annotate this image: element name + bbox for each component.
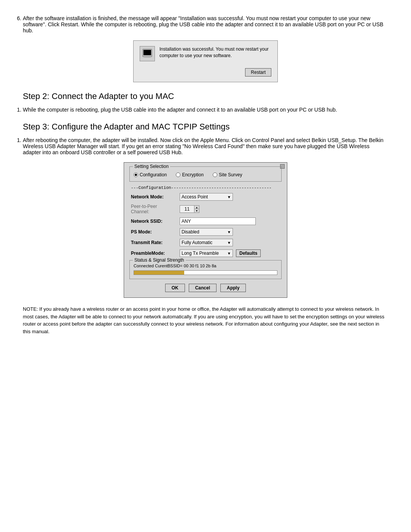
radio-site-survey-label: Site Survey	[219, 172, 242, 177]
radio-row: Configuration Encryption Site Survey	[134, 172, 277, 177]
network-ssid-label: Network SSID:	[131, 219, 177, 224]
network-mode-label: Network Mode:	[131, 194, 177, 200]
preamble-mode-row: PreambleMode: Long Tx Preamble ▼ Default…	[131, 249, 280, 257]
ps-mode-row: PS Mode: Disabled ▼	[131, 228, 280, 236]
stepper-down[interactable]: ▼	[194, 209, 199, 212]
restart-dialog: Installation was successful. You must no…	[133, 40, 278, 82]
transmit-rate-row: Transmit Rate: Fully Automatic ▼	[131, 239, 280, 246]
network-mode-select[interactable]: Access Point ▼	[180, 193, 233, 201]
status-group: Status & Signal Strength Connected Curen…	[129, 260, 282, 279]
status-text: Connected CurentBSSID= 00 30 f1 10 2b 8a	[134, 264, 277, 268]
svg-rect-1	[143, 50, 151, 55]
network-ssid-value: ANY	[182, 219, 191, 224]
preamble-mode-select[interactable]: Long Tx Preamble ▼	[180, 249, 233, 257]
ps-mode-select[interactable]: Disabled ▼	[180, 228, 233, 236]
status-section-label: Status & Signal Strength	[133, 257, 186, 263]
transmit-rate-select[interactable]: Fully Automatic ▼	[180, 239, 233, 246]
transmit-rate-value: Fully Automatic	[182, 240, 212, 245]
ps-mode-label: PS Mode:	[131, 229, 177, 235]
ok-button[interactable]: OK	[165, 284, 185, 292]
configuration-section: ---Configuration------------------------…	[129, 185, 282, 257]
radio-encryption-circle	[176, 173, 180, 177]
cancel-button[interactable]: Cancel	[189, 284, 217, 292]
signal-bar-fill	[134, 271, 184, 275]
note-section: NOTE: If you already have a wireless rou…	[23, 305, 388, 335]
network-mode-value: Access Point	[182, 194, 208, 200]
step6-text: After the software installation is finis…	[23, 15, 388, 34]
peer-channel-row: Peer-to-Peer Channel: 11 ▲ ▼	[131, 204, 280, 214]
radio-site-survey[interactable]: Site Survey	[213, 172, 242, 177]
preamble-mode-value: Long Tx Preamble	[182, 251, 219, 256]
network-ssid-input[interactable]: ANY	[180, 217, 256, 225]
step3-item1: After rebooting the computer, the adapte…	[23, 137, 388, 155]
step3-heading: Step 3: Configure the Adapter and MAC TC…	[23, 122, 388, 132]
step2-heading: Step 2: Connect the Adapter to you MAC	[23, 91, 388, 101]
peer-channel-value: 11	[180, 206, 194, 212]
transmit-rate-label: Transmit Rate:	[131, 240, 177, 245]
radio-config-label: Configuration	[140, 172, 167, 177]
stepper-up[interactable]: ▲	[194, 206, 199, 209]
transmit-rate-arrow: ▼	[227, 241, 231, 245]
dialog-message: Installation was successful. You must no…	[159, 46, 271, 59]
radio-site-survey-circle	[213, 173, 217, 177]
ps-mode-value: Disabled	[182, 229, 199, 235]
radio-configuration[interactable]: Configuration	[134, 172, 167, 177]
step2-item1: While the computer is rebooting, plug th…	[23, 107, 388, 113]
apply-button[interactable]: Apply	[220, 284, 246, 292]
defaults-button[interactable]: Defaults	[236, 249, 261, 257]
peer-channel-stepper[interactable]: 11 ▲ ▼	[180, 205, 199, 213]
note-text: NOTE: If you already have a wireless rou…	[23, 306, 384, 334]
radio-encryption[interactable]: Encryption	[176, 172, 204, 177]
radio-encryption-label: Encryption	[182, 172, 204, 177]
peer-channel-label: Peer-to-Peer Channel:	[131, 204, 177, 214]
action-buttons: OK Cancel Apply	[129, 284, 282, 292]
restart-button[interactable]: Restart	[245, 68, 271, 77]
network-mode-arrow: ▼	[227, 195, 231, 199]
config-section-title: ---Configuration------------------------…	[131, 185, 280, 190]
network-mode-row: Network Mode: Access Point ▼	[131, 193, 280, 201]
setting-selection-group: Setting Selection Configuration Encrypti…	[129, 166, 282, 182]
network-ssid-row: Network SSID: ANY	[131, 217, 280, 225]
svg-rect-2	[144, 57, 150, 58]
preamble-mode-label: PreambleMode:	[131, 251, 177, 256]
ps-mode-arrow: ▼	[227, 230, 231, 234]
dialog-icon	[140, 46, 155, 61]
preamble-mode-arrow: ▼	[227, 251, 231, 256]
radio-config-circle	[134, 173, 138, 177]
config-dialog: Setting Selection Configuration Encrypti…	[124, 162, 287, 298]
setting-selection-label: Setting Selection	[133, 164, 170, 169]
signal-bar-container	[134, 270, 277, 275]
